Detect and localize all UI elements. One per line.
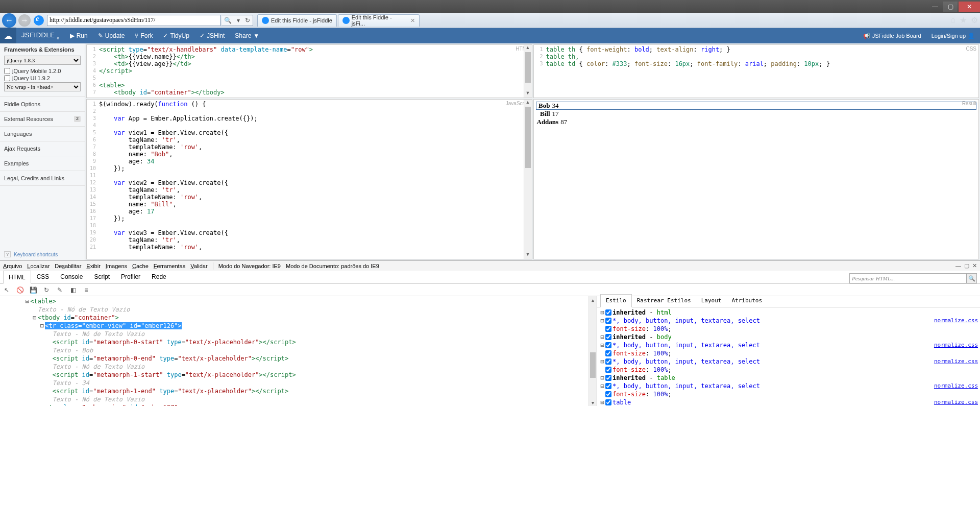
refresh-icon[interactable]: ↻	[245, 17, 250, 24]
scroll-up-icon[interactable]: ▲	[524, 45, 532, 52]
tab-rastrear[interactable]: Rastrear Estilos	[632, 295, 696, 307]
keyboard-icon: ?	[4, 251, 11, 257]
search-icon: 🔍	[968, 275, 975, 282]
update-button[interactable]: ✎Update	[93, 28, 130, 43]
url-field[interactable]: http://jsfiddle.net/gustavopaes/sSdHm/11…	[47, 15, 220, 26]
style-rules[interactable]: ⊟inherited - html ⊟*, body, button, inpu…	[597, 307, 980, 406]
tab-script[interactable]: Script	[88, 270, 115, 283]
styles-tabs: Estilo Rastrear Estilos Layout Atributos	[597, 296, 980, 307]
sidebar: Frameworks & Extensions jQuery 1.8.3 jQu…	[0, 43, 85, 260]
html-panel[interactable]: HTML 1<script type="text/x-handlebars" d…	[86, 44, 532, 98]
close-tab-icon[interactable]: ✕	[410, 17, 415, 24]
tab-layout[interactable]: Layout	[696, 295, 727, 307]
framework-select[interactable]: jQuery 1.8.3	[4, 56, 81, 65]
scrollbar[interactable]: ▲▼	[524, 45, 532, 98]
ie-favicon-icon	[342, 17, 350, 24]
fork-icon: ⑂	[135, 32, 138, 39]
tab-css[interactable]: CSS	[31, 270, 55, 283]
ext-checkbox[interactable]: jQuery Mobile 1.2.0	[4, 68, 81, 74]
menu-arquivo[interactable]: Arquivo	[3, 263, 22, 269]
favorites-icon[interactable]: ★	[960, 15, 967, 25]
devtools-menubar: Arquivo Localizar Desabilitar Exibir Ima…	[0, 260, 980, 271]
sidebar-item-languages[interactable]: Languages	[0, 127, 85, 141]
user-icon: 👤	[968, 33, 975, 39]
sidebar-item-examples[interactable]: Examples	[0, 156, 85, 171]
tab-console[interactable]: Console	[55, 270, 88, 283]
nav-back-button[interactable]: ←	[2, 13, 16, 28]
jshint-button[interactable]: ✓JSHint	[194, 28, 230, 43]
browser-tab[interactable]: Edit this Fiddle - jsFi...✕	[338, 14, 420, 27]
sidebar-item-ajax[interactable]: Ajax Requests	[0, 141, 85, 156]
wordwrap-icon[interactable]: ≡	[82, 285, 91, 295]
search-button[interactable]: 🔍	[967, 273, 977, 283]
scroll-down-icon[interactable]: ▼	[524, 90, 532, 98]
scrollbar[interactable]: ▲▼	[524, 100, 532, 259]
minimize-button[interactable]: —	[928, 2, 942, 12]
css-panel[interactable]: CSS 1table th { font-weight: bold; text-…	[533, 44, 979, 98]
menu-ferramentas[interactable]: Ferramentas	[154, 263, 185, 269]
sidebar-item-legal[interactable]: Legal, Credits and Links	[0, 171, 85, 186]
result-panel: Result Bob34Bill17Addans87	[533, 99, 979, 259]
menu-exibir[interactable]: Exibir	[86, 263, 101, 269]
nav-forward-button[interactable]: →	[18, 14, 31, 27]
minimize-devtools-icon[interactable]: —	[955, 262, 961, 269]
scroll-up-icon[interactable]: ▲	[524, 100, 532, 107]
tab-estilo[interactable]: Estilo	[600, 294, 632, 307]
menu-localizar[interactable]: Localizar	[27, 263, 50, 269]
panel-label: Result	[962, 101, 976, 106]
maximize-button[interactable]: ▢	[943, 2, 958, 12]
undock-devtools-icon[interactable]: ▢	[964, 262, 969, 269]
tab-atributos[interactable]: Atributos	[726, 295, 767, 307]
pencil-icon: ✎	[98, 32, 103, 39]
sidebar-item-external[interactable]: External Resources2	[0, 112, 85, 127]
attributes-icon[interactable]: ◧	[68, 285, 78, 295]
devtools-toolbar: ↖ 🚫 💾 ↻ ✎ ◧ ≡	[0, 284, 980, 296]
clear-icon[interactable]: 🚫	[15, 285, 24, 295]
wrap-select[interactable]: No wrap - in <head>	[4, 82, 81, 91]
share-button[interactable]: Share ▼	[230, 28, 264, 43]
menu-cache[interactable]: Cache	[132, 263, 149, 269]
javascript-panel[interactable]: JavaScript 1$(window).ready(function () …	[86, 99, 532, 259]
jsfiddle-logo-icon[interactable]: ☁	[0, 28, 16, 44]
scroll-down-icon[interactable]: ▼	[524, 252, 532, 259]
close-devtools-icon[interactable]: ✕	[972, 262, 977, 269]
dom-tree[interactable]: ⊟<table> Texto - Nó de Texto Vazio ⊟<tbo…	[0, 296, 597, 406]
refresh-icon[interactable]: ↻	[42, 285, 51, 295]
sidebar-item-fiddle-options[interactable]: Fiddle Options	[0, 97, 85, 112]
search-controls[interactable]: 🔍▾↻	[222, 15, 253, 26]
play-icon: ▶	[70, 32, 75, 39]
login-button[interactable]: Login/Sign up 👤	[926, 28, 980, 43]
save-icon[interactable]: 💾	[29, 285, 38, 295]
select-element-icon[interactable]: ↖	[2, 285, 11, 295]
close-button[interactable]: ✕	[959, 2, 980, 12]
menu-validar[interactable]: Validar	[190, 263, 207, 269]
tidyup-button[interactable]: ✓TidyUp	[158, 28, 194, 43]
ie-favicon-icon	[262, 17, 269, 24]
browser-mode[interactable]: Modo do Navegador: IE9	[218, 263, 281, 269]
tab-profiler[interactable]: Profiler	[115, 270, 146, 283]
frameworks-heading: Frameworks & Extensions	[4, 46, 81, 53]
keyboard-shortcuts-link[interactable]: ?Keyboard shortcuts	[0, 248, 85, 260]
tab-rede[interactable]: Rede	[146, 270, 172, 283]
job-board-link[interactable]: 📢JSFiddle Job Board	[858, 28, 926, 43]
home-icon[interactable]: ⌂	[950, 15, 955, 25]
window-titlebar: — ▢ ✕	[0, 0, 980, 13]
search-icon: 🔍	[224, 17, 232, 24]
fork-button[interactable]: ⑂Fork	[130, 28, 158, 43]
check-icon: ✓	[200, 32, 205, 39]
devtools-search-input[interactable]: Pesquisar HTML...	[849, 273, 967, 283]
menu-desabilitar[interactable]: Desabilitar	[55, 263, 81, 269]
document-mode[interactable]: Modo de Documento: padrões do IE9	[286, 263, 379, 269]
tools-icon[interactable]: ⚙	[971, 15, 978, 25]
scrollbar[interactable]: ▲▼	[589, 296, 597, 406]
menu-imagens[interactable]: Imagens	[106, 263, 127, 269]
edit-icon[interactable]: ✎	[55, 285, 64, 295]
browser-tab[interactable]: Edit this Fiddle - jsFiddle	[257, 14, 337, 27]
tab-html[interactable]: HTML	[3, 271, 31, 284]
chevron-down-icon: ▼	[253, 32, 259, 39]
tab-strip: Edit this Fiddle - jsFiddle Edit this Fi…	[257, 14, 420, 27]
jsfiddle-toolbar: ☁ JSFIDDLE α ▶Run ✎Update ⑂Fork ✓TidyUp …	[0, 28, 980, 43]
devtools-tabs: HTML CSS Console Script Profiler Rede Pe…	[0, 271, 980, 284]
ext-checkbox[interactable]: jQuery UI 1.9.2	[4, 75, 81, 81]
run-button[interactable]: ▶Run	[65, 28, 93, 43]
